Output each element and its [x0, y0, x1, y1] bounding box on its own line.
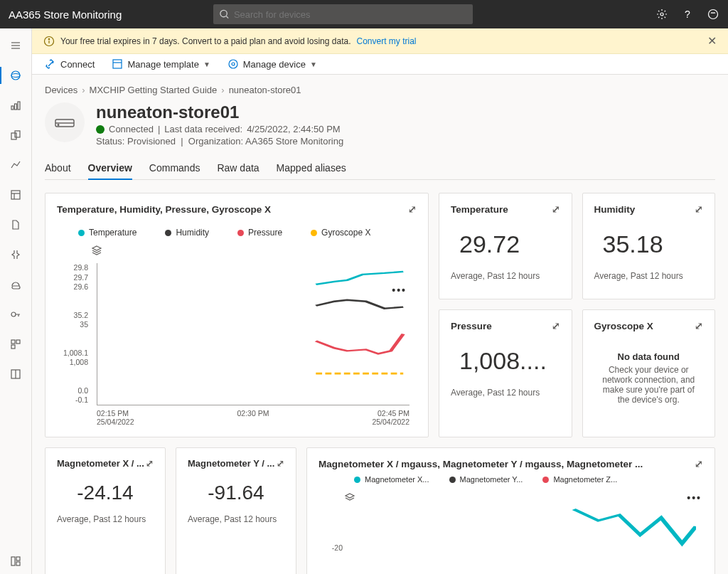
expand-icon[interactable]: ⤢ [552, 320, 560, 331]
svg-rect-19 [16, 340, 20, 344]
search-icon [219, 9, 230, 20]
svg-point-17 [11, 312, 16, 317]
chart-legend: Magnetometer X... Magnetometer Y... Magn… [318, 475, 703, 484]
tile-combined-chart: Temperature, Humidity, Pressure, Gyrosco… [45, 193, 429, 437]
kpi-subtitle: Average, Past 12 hours [188, 514, 284, 524]
tab-about[interactable]: About [45, 156, 71, 179]
rail-devices-icon[interactable] [0, 63, 31, 88]
legend-item[interactable]: Magnetometer Y... [449, 475, 523, 484]
rail-dashboards-icon[interactable] [0, 92, 31, 118]
layers-icon[interactable] [91, 245, 102, 258]
rail-data-export-icon[interactable] [0, 272, 31, 297]
feedback-icon[interactable] [707, 8, 719, 21]
last-data-label: Last data received: [164, 124, 242, 134]
legend-item[interactable]: Magnetometer X... [354, 475, 429, 484]
header-right-icons: ? [655, 8, 719, 21]
tile-title-text: Temperature, Humidity, Pressure, Gyrosco… [57, 204, 271, 215]
svg-rect-12 [11, 133, 16, 139]
rail-app-icon[interactable] [0, 331, 31, 357]
status-value: Provisioned [127, 136, 176, 147]
expand-icon[interactable]: ⤢ [695, 203, 703, 215]
svg-rect-25 [16, 562, 20, 565]
rail-templates-icon[interactable] [0, 182, 31, 208]
manage-device-button[interactable]: Manage device ▼ [228, 58, 317, 70]
left-nav-rail [0, 28, 32, 574]
help-icon[interactable]: ? [681, 8, 694, 21]
kpi-value: -91.64 [188, 482, 284, 504]
connect-button[interactable]: Connect [45, 58, 95, 70]
svg-rect-18 [11, 340, 15, 344]
svg-rect-20 [11, 345, 15, 349]
svg-rect-13 [15, 131, 20, 137]
rail-files-icon[interactable] [0, 212, 31, 238]
settings-gear-icon[interactable] [655, 8, 668, 21]
tile-pressure: Pressure⤢ 1,008.... Average, Past 12 hou… [439, 309, 572, 437]
expand-icon[interactable]: ⤢ [552, 203, 560, 215]
tile-title-text: Magnetometer Y / ... [188, 458, 274, 469]
kpi-value: 29.72 [451, 230, 560, 258]
expand-icon[interactable]: ⤢ [146, 458, 154, 469]
banner-link[interactable]: Convert my trial [356, 36, 416, 46]
svg-rect-9 [11, 106, 14, 110]
chart-area: ••• -20 [318, 495, 703, 566]
kpi-subtitle: Average, Past 12 hours [451, 388, 560, 398]
breadcrumb-item[interactable]: MXCHIP Getting Started Guide [90, 85, 218, 95]
tile-magnetometer-x: Magnetometer X / ...⤢ -24.14 Average, Pa… [45, 447, 166, 574]
top-header: AA365 Store Monitoring ? [0, 0, 728, 28]
legend-item[interactable]: Humidity [165, 228, 209, 238]
chart-plot [347, 495, 696, 552]
tab-overview[interactable]: Overview [88, 156, 132, 179]
kpi-subtitle: Average, Past 12 hours [594, 271, 704, 281]
svg-rect-24 [16, 557, 20, 560]
search-box[interactable] [213, 4, 473, 24]
breadcrumb-item[interactable]: Devices [45, 85, 77, 95]
search-input[interactable] [234, 9, 467, 20]
trial-banner: Your free trial expires in 7 days. Conve… [32, 28, 728, 54]
svg-point-8 [11, 74, 20, 78]
svg-point-35 [58, 124, 59, 126]
svg-line-1 [226, 16, 228, 18]
expand-icon[interactable]: ⤢ [277, 458, 284, 469]
device-avatar-icon [45, 102, 85, 142]
connected-status-icon [96, 125, 105, 134]
legend-item[interactable]: Gyroscope X [311, 228, 370, 238]
connection-state: Connected [109, 124, 154, 134]
tab-mapped-aliases[interactable]: Mapped aliases [277, 156, 346, 179]
expand-icon[interactable]: ⤢ [408, 203, 417, 215]
app-title: AA365 Store Monitoring [9, 9, 122, 21]
expand-icon[interactable]: ⤢ [695, 320, 703, 331]
tab-raw-data[interactable]: Raw data [217, 156, 259, 179]
rail-hamburger-icon[interactable] [0, 33, 31, 58]
tab-commands[interactable]: Commands [149, 156, 200, 179]
breadcrumb-item[interactable]: nuneaton-store01 [229, 85, 301, 95]
org-value: AA365 Store Monitoring [245, 136, 343, 147]
banner-close-icon[interactable]: ✕ [707, 34, 717, 48]
device-tabs: About Overview Commands Raw data Mapped … [45, 156, 715, 180]
rail-device-groups-icon[interactable] [0, 122, 31, 148]
rail-permissions-icon[interactable] [0, 302, 31, 327]
manage-template-button[interactable]: Manage template ▼ [112, 58, 210, 70]
rail-bottom-icon[interactable] [0, 548, 31, 574]
svg-rect-11 [18, 102, 20, 110]
rail-jobs-icon[interactable] [0, 242, 31, 267]
expand-icon[interactable]: ⤢ [695, 458, 703, 469]
legend-item[interactable]: Magnetometer Z... [542, 475, 617, 484]
svg-point-32 [232, 63, 235, 65]
org-label: Organization: [188, 136, 243, 147]
connect-icon [45, 58, 56, 70]
kpi-subtitle: Average, Past 12 hours [57, 514, 154, 524]
banner-text: Your free trial expires in 7 days. Conve… [60, 36, 350, 46]
rail-analytics-icon[interactable] [0, 152, 31, 178]
svg-point-2 [660, 13, 663, 16]
tile-magnetometer-y: Magnetometer Y / ...⤢ -91.64 Average, Pa… [176, 447, 296, 574]
device-icon [228, 58, 239, 70]
tile-title-text: Pressure [451, 321, 492, 331]
y-axis-ticks: 29.829.729.6 35.235 1,008.11,008 0.0-0.1 [57, 263, 88, 405]
svg-point-31 [229, 60, 237, 68]
breadcrumb: Devices › MXCHIP Getting Started Guide ›… [45, 85, 715, 95]
rail-customize-icon[interactable] [0, 361, 31, 387]
legend-item[interactable]: Pressure [237, 228, 282, 238]
tile-title-text: Magnetometer X / mgauss, Magnetometer Y … [318, 459, 643, 469]
tile-title-text: Gyroscope X [594, 321, 653, 331]
legend-item[interactable]: Temperature [78, 228, 136, 238]
